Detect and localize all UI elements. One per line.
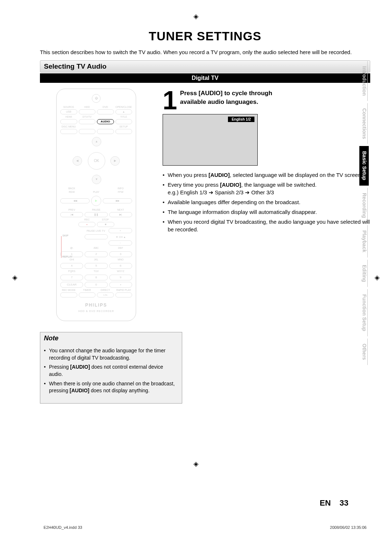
instruction-bullets: When you press [AUDIO], selected languag… [163, 171, 370, 233]
bullet-item: Every time you press [AUDIO], the langua… [163, 181, 370, 196]
osd-preview: English 1/2 [163, 114, 258, 166]
footer-pagenum: 33 [340, 498, 348, 507]
side-tab-function-setup: Function Setup [361, 289, 368, 336]
play-icon: ▶ [91, 196, 101, 206]
page-title: TUNER SETTINGS [40, 29, 370, 43]
bullet-item: When you record digital TV broadcasting,… [163, 218, 370, 233]
subsection-header: Digital TV [40, 73, 370, 83]
bullet-item: Available languages differ depending on … [163, 198, 370, 206]
osd-label: English 1/2 [228, 117, 254, 122]
step-number: 1 [163, 90, 177, 111]
bullet-item: When there is only one audio channel on … [44, 380, 178, 394]
note-bullets: You cannot change the audio language for… [44, 347, 178, 394]
section-header: Selecting TV Audio [40, 60, 370, 73]
bullet-item: The language information display will au… [163, 208, 370, 216]
power-icon: ⏻ [92, 94, 101, 103]
remote-illustration: ⏻ SOURCEHDDDVDOPEN/CLOSE USB▲ HDMIDTV/TV… [56, 89, 136, 321]
crop-mark-icon: ◈ [12, 274, 17, 281]
footer-lang: EN [320, 498, 331, 507]
note-box: Note You cannot change the audio languag… [40, 332, 182, 404]
step-text-line1: Press [AUDIO] to cycle through [180, 89, 272, 97]
audio-button-highlight: AUDIO [97, 119, 114, 124]
side-tab-editing: Editing [361, 260, 368, 287]
remote-column: ⏻ SOURCEHDDDVDOPEN/CLOSE USB▲ HDMIDTV/TV… [40, 89, 152, 321]
side-tab-basic-setup: Basic Setup [359, 146, 369, 185]
side-tabs: IntroductionConnectionsBasic SetupRecord… [358, 61, 370, 367]
footer-page: EN 33 [320, 498, 348, 508]
bullet-item: Pressing [AUDIO] does not control extern… [44, 364, 178, 378]
footer-file: E2H40UD_v4.indd 33 [44, 525, 82, 530]
instructions-column: 1 Press [AUDIO] to cycle through availab… [163, 89, 370, 239]
note-title: Note [44, 335, 178, 342]
footer-timestamp: 2008/06/02 13:35:06 [330, 525, 367, 530]
crop-mark-icon: ◈ [193, 460, 199, 468]
side-tab-recording: Recording [361, 188, 368, 223]
side-tab-playback: Playback [361, 225, 368, 258]
dpad: ▲ ▼ ◀ ▶ OK [73, 137, 120, 184]
intro-text: This section describes how to switch the… [40, 49, 370, 56]
bullet-item: When you press [AUDIO], selected languag… [163, 171, 370, 179]
brand-subtitle: HDD & DVD RECORDER [60, 310, 132, 312]
brand-logo: PHILIPS [60, 303, 132, 308]
step-text-line2: available audio languages. [180, 98, 272, 106]
crop-mark-icon: ◈ [193, 12, 199, 20]
side-tab-introduction: Introduction [361, 61, 368, 101]
side-tab-connections: Connections [361, 103, 368, 144]
crop-mark-icon: ◈ [375, 274, 380, 281]
side-tab-others: Others [361, 339, 368, 365]
bullet-item: You cannot change the audio language for… [44, 347, 178, 361]
